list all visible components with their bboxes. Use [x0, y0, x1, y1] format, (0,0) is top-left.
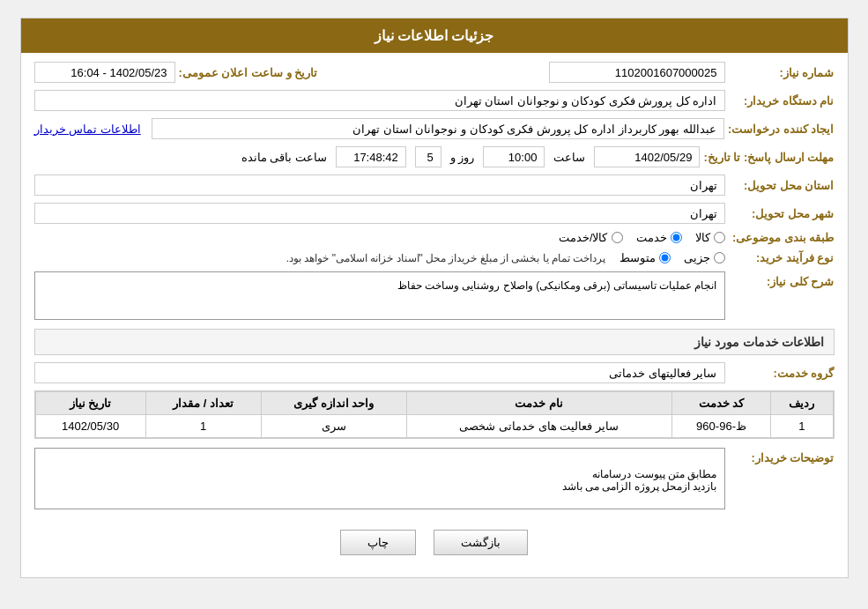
row-mohlat: مهلت ارسال پاسخ: تا تاریخ: 1402/05/29 سا… — [34, 146, 835, 167]
radio-kala-item: کالا — [695, 231, 725, 244]
tarikh-value: 1402/05/23 - 16:04 — [34, 62, 175, 83]
row-dastgah: نام دستگاه خریدار: اداره کل پرورش فکری ک… — [34, 90, 835, 111]
col-tarikh: تاریخ نیاز — [35, 392, 145, 415]
col-radif: ردیف — [771, 392, 833, 415]
radio-khadamat-item: خدمت — [636, 231, 682, 244]
row-sharh: شرح کلی نیاز: انجام عملیات تاسیساتی (برق… — [34, 271, 835, 320]
farayand-radio-group: جزیی متوسط پرداخت تمام یا بخشی از مبلغ خ… — [286, 251, 725, 264]
tarikh-label: تاریخ و ساعت اعلان عمومی: — [179, 66, 318, 79]
toseih-label: توضیحات خریدار: — [729, 448, 835, 464]
ettelaat-tamas-link[interactable]: اطلاعات تماس خریدار — [34, 123, 141, 136]
ostan-label: استان محل تحویل: — [729, 179, 835, 192]
row-ostan: استان محل تحویل: تهران — [34, 175, 835, 196]
row-shahr: شهر محل تحویل: تهران — [34, 203, 835, 224]
services-table: ردیف کد خدمت نام خدمت واحد اندازه گیری ت… — [35, 391, 834, 438]
radio-jozii-item: جزیی — [684, 251, 725, 264]
toseih-value: مطابق متن پیوست درسامانه بازدید ازمحل پر… — [34, 448, 725, 509]
dastgah-label: نام دستگاه خریدار: — [729, 94, 835, 108]
ostan-value: تهران — [34, 175, 725, 196]
mohlat-mande-label: ساعت باقی مانده — [241, 151, 327, 164]
group-value: سایر فعالیتهای خدماتی — [34, 362, 725, 383]
shomara-label: شماره نیاز: — [729, 66, 835, 79]
service-header: اطلاعات خدمات مورد نیاز — [34, 329, 835, 355]
tabaqe-label: طبقه بندی موضوعی: — [729, 231, 835, 244]
col-kod: کد خدمت — [671, 392, 771, 415]
radio-motavaset[interactable] — [659, 252, 671, 264]
radio-jozii[interactable] — [714, 252, 725, 264]
sharh-value: انجام عملیات تاسیساتی (برقی ومکانیکی) وا… — [34, 271, 725, 320]
dastgah-value: اداره کل پرورش فکری کودکان و نوجوانان اس… — [34, 90, 725, 111]
radio-kala-khadamat-item: کالا/خدمت — [559, 231, 623, 244]
mohlat-saat-value: 10:00 — [483, 146, 545, 167]
mohlat-rooz-value: 5 — [415, 146, 441, 167]
row-group: گروه خدمت: سایر فعالیتهای خدماتی — [34, 362, 835, 383]
table-header-row: ردیف کد خدمت نام خدمت واحد اندازه گیری ت… — [35, 392, 833, 415]
row-shomara: شماره نیاز: 1102001607000025 تاریخ و ساع… — [34, 62, 835, 83]
content-area: شماره نیاز: 1102001607000025 تاریخ و ساع… — [21, 53, 848, 577]
radio-motavaset-label: متوسط — [619, 251, 656, 264]
group-label: گروه خدمت: — [729, 367, 835, 380]
row-ijad: ایجاد کننده درخواست: عبدالله بهور کاربرد… — [34, 118, 835, 139]
radio-khadamat-label: خدمت — [636, 231, 667, 244]
table-row: 1ظ-96-960سایر فعالیت های خدماتی شخصیسری1… — [35, 415, 833, 438]
ijad-value: عبدالله بهور کاربرداز اداره کل پرورش فکر… — [152, 118, 724, 139]
col-nam: نام خدمت — [406, 392, 671, 415]
row-tabaqe: طبقه بندی موضوعی: کالا خدمت کالا/خدمت — [34, 231, 835, 244]
mohlat-date: 1402/05/29 — [594, 146, 700, 167]
shomara-value: 1102001607000025 — [549, 62, 725, 83]
farayand-label: نوع فرآیند خرید: — [729, 251, 835, 264]
tabaqe-radio-group: کالا خدمت کالا/خدمت — [559, 231, 725, 244]
shahr-value: تهران — [34, 203, 725, 224]
radio-jozii-label: جزیی — [684, 251, 710, 264]
row-farayand: نوع فرآیند خرید: جزیی متوسط پرداخت تمام … — [34, 251, 835, 264]
radio-kala-label: کالا — [695, 231, 710, 244]
ijad-label: ایجاد کننده درخواست: — [728, 123, 835, 136]
col-tedad: تعداد / مقدار — [145, 392, 261, 415]
header-title: جزئیات اطلاعات نیاز — [375, 28, 494, 43]
radio-motavaset-item: متوسط — [619, 251, 671, 264]
mohlat-timer: 17:48:42 — [336, 146, 406, 167]
mohlat-rooz-label: روز و — [450, 151, 475, 164]
bazgasht-button[interactable]: بازگشت — [434, 530, 528, 555]
radio-kala[interactable] — [714, 232, 725, 243]
main-container: جزئیات اطلاعات نیاز شماره نیاز: 11020016… — [20, 18, 849, 578]
services-table-container: ردیف کد خدمت نام خدمت واحد اندازه گیری ت… — [34, 390, 835, 439]
shahr-label: شهر محل تحویل: — [729, 207, 835, 220]
mohlat-label: مهلت ارسال پاسخ: تا تاریخ: — [703, 151, 834, 164]
page-header: جزئیات اطلاعات نیاز — [21, 19, 848, 53]
radio-kala-khadamat-label: کالا/خدمت — [559, 231, 608, 244]
radio-khadamat[interactable] — [671, 232, 682, 243]
farayand-notice: پرداخت تمام یا بخشی از مبلغ خریداز محل "… — [286, 252, 606, 264]
sharh-label: شرح کلی نیاز: — [729, 271, 835, 288]
radio-kala-khadamat[interactable] — [612, 232, 623, 243]
col-vahed: واحد اندازه گیری — [261, 392, 406, 415]
row-toseih: توضیحات خریدار: مطابق متن پیوست درسامانه… — [34, 448, 835, 509]
mohlat-saat-label: ساعت — [553, 151, 585, 164]
button-row: بازگشت چاپ — [34, 516, 835, 568]
chap-button[interactable]: چاپ — [340, 530, 416, 555]
